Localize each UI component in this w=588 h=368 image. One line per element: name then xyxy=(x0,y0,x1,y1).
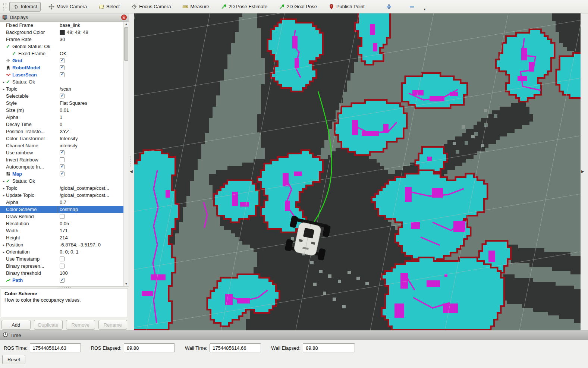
tree-row-global-status-ok[interactable]: ✓Global Status: Ok xyxy=(0,43,129,50)
property-value[interactable]: /global_costmap/cost... xyxy=(60,185,109,191)
tree-row-position-transfo[interactable]: Position Transfo...XYZ xyxy=(0,128,129,135)
expand-arrow-icon[interactable]: ▸ xyxy=(1,80,6,84)
checkbox-laserscan[interactable]: ✓ xyxy=(60,72,65,77)
property-value[interactable]: 48; 48; 48 xyxy=(67,29,88,35)
expand-arrow-icon[interactable]: ▸ xyxy=(1,250,6,254)
property-value[interactable]: 171 xyxy=(60,228,68,233)
wall-elapsed-input[interactable] xyxy=(303,343,355,352)
toolbar-overflow-caret-icon[interactable]: ▾ xyxy=(424,7,426,11)
toolbar-button-remove-tool[interactable] xyxy=(405,2,419,12)
tree-row-status-ok[interactable]: ▸✓Status: Ok xyxy=(0,177,129,185)
toolbar-button-select[interactable]: Select xyxy=(95,2,123,12)
tree-row-fixed-frame[interactable]: ✓Fixed FrameOK xyxy=(0,50,129,57)
toolbar-button-2d-goal-pose[interactable]: 2D Goal Pose xyxy=(275,2,321,12)
checkbox-grid[interactable]: ✓ xyxy=(60,58,65,63)
tree-row-style[interactable]: StyleFlat Squares xyxy=(0,100,129,107)
wall-time-input[interactable] xyxy=(210,343,261,352)
checkbox-autocompute-in[interactable]: ✓ xyxy=(60,164,65,169)
property-value[interactable]: base_link xyxy=(60,22,80,28)
tree-row-alpha[interactable]: Alpha0.7 xyxy=(0,199,129,206)
checkbox-draw-behind[interactable] xyxy=(60,214,65,219)
property-value[interactable]: Flat Squares xyxy=(60,100,87,106)
checkbox-selectable[interactable]: ✓ xyxy=(60,94,65,98)
toolbar-button-move-camera[interactable]: Move Camera xyxy=(45,2,91,12)
checkbox-robotmodel[interactable]: ✓ xyxy=(60,65,65,70)
tree-row-decay-time[interactable]: Decay Time0 xyxy=(0,121,129,128)
property-value[interactable]: -6.8784; -3.5197; 0 xyxy=(60,242,101,248)
property-value[interactable]: costmap xyxy=(60,207,78,212)
tree-row-grid[interactable]: Grid✓ xyxy=(0,57,129,64)
collapse-left-icon[interactable]: ◀ xyxy=(130,169,133,173)
property-value[interactable]: intensity xyxy=(60,143,78,148)
tree-row-color-scheme[interactable]: Color Schemecostmap xyxy=(0,206,129,213)
expand-arrow-icon[interactable]: ▸ xyxy=(1,186,6,190)
tree-row-map[interactable]: Map✓ xyxy=(0,170,129,177)
property-value[interactable]: 100 xyxy=(60,270,68,276)
tree-row-topic[interactable]: ▸Topic/global_costmap/cost... xyxy=(0,185,129,192)
tree-row-selectable[interactable]: Selectable✓ xyxy=(0,92,129,100)
toolbar-button-publish-point[interactable]: Publish Point xyxy=(325,2,368,12)
tree-row-laserscan[interactable]: LaserScan✓ xyxy=(0,71,129,78)
tree-row-frame-rate[interactable]: Frame Rate30 xyxy=(0,36,129,43)
scrollbar-thumb[interactable] xyxy=(124,27,128,61)
property-value[interactable]: 0.01 xyxy=(60,107,69,113)
tree-row-robotmodel[interactable]: RobotModel✓ xyxy=(0,64,129,71)
tree-row-draw-behind[interactable]: Draw Behind xyxy=(0,213,129,220)
checkbox-path[interactable]: ✓ xyxy=(60,278,65,283)
color-swatch[interactable] xyxy=(60,30,65,35)
property-value[interactable]: OK xyxy=(60,51,67,56)
tree-row-height[interactable]: Height214 xyxy=(0,234,129,241)
tree-row-resolution[interactable]: Resolution0.05 xyxy=(0,220,129,227)
property-value[interactable]: 30 xyxy=(60,37,65,42)
tree-row-width[interactable]: Width171 xyxy=(0,227,129,234)
property-value[interactable]: 214 xyxy=(60,235,68,240)
tree-row-alpha[interactable]: Alpha1 xyxy=(0,114,129,121)
tree-row-invert-rainbow[interactable]: Invert Rainbow xyxy=(0,156,129,163)
expand-arrow-icon[interactable]: ▸ xyxy=(1,87,6,91)
tree-row-channel-name[interactable]: Channel Nameintensity xyxy=(0,142,129,149)
tree-row-use-rainbow[interactable]: Use rainbow✓ xyxy=(0,149,129,156)
property-value[interactable]: 0.7 xyxy=(60,199,66,205)
right-panel-splitter[interactable]: ▶ xyxy=(581,13,588,330)
tree-row-autocompute-in[interactable]: Autocompute In...✓ xyxy=(0,163,129,170)
toolbar-button-add-tool[interactable] xyxy=(382,2,396,12)
property-value[interactable]: 0; 0; 0; 1 xyxy=(60,249,79,255)
toolbar-button-focus-camera[interactable]: Focus Camera xyxy=(128,2,174,12)
time-panel-header[interactable]: Time xyxy=(0,331,588,340)
tree-row-fixed-frame[interactable]: Fixed Framebase_link xyxy=(0,22,129,29)
ros-time-input[interactable] xyxy=(30,343,81,352)
tree-scrollbar[interactable]: ▲▼ xyxy=(123,22,129,286)
toolbar-button-measure[interactable]: Measure xyxy=(179,2,213,12)
displays-panel-header[interactable]: Displays × xyxy=(0,13,129,22)
tree-row-update-topic[interactable]: ▸Update Topic/global_costmap/cost... xyxy=(0,192,129,199)
checkbox-map[interactable]: ✓ xyxy=(60,172,65,176)
scroll-down-icon[interactable]: ▼ xyxy=(124,281,129,286)
checkbox-binary-represen[interactable] xyxy=(60,264,65,268)
tree-row-status-ok[interactable]: ▸✓Status: Ok xyxy=(0,78,129,85)
expand-arrow-icon[interactable]: ▸ xyxy=(1,194,6,197)
toolbar-button-interact[interactable]: Interact xyxy=(9,2,41,12)
tree-row-color-transformer[interactable]: Color TransformerIntensity xyxy=(0,135,129,142)
property-value[interactable]: XYZ xyxy=(60,129,69,134)
checkbox-use-rainbow[interactable]: ✓ xyxy=(60,150,65,155)
property-value[interactable]: /global_costmap/cost... xyxy=(60,192,109,198)
tree-row-position[interactable]: ▸Position-6.8784; -3.5197; 0 xyxy=(0,241,129,248)
tree-row-binary-threshold[interactable]: Binary threshold100 xyxy=(0,270,129,277)
tree-row-topic[interactable]: ▸Topic/scan xyxy=(0,85,129,92)
property-value[interactable]: 1 xyxy=(60,114,62,120)
property-value[interactable]: Intensity xyxy=(60,136,78,141)
property-value[interactable]: 0 xyxy=(60,122,62,127)
add-button[interactable]: Add xyxy=(1,320,31,330)
close-icon[interactable]: × xyxy=(121,15,127,20)
expand-right-icon[interactable]: ▶ xyxy=(581,169,584,173)
tree-row-size-m[interactable]: Size (m)0.01 xyxy=(0,107,129,114)
tree-row-orientation[interactable]: ▸Orientation0; 0; 0; 1 xyxy=(0,248,129,255)
tree-row-use-timestamp[interactable]: Use Timestamp xyxy=(0,255,129,262)
property-value[interactable]: 0.05 xyxy=(60,221,69,226)
ros-elapsed-input[interactable] xyxy=(124,343,175,352)
property-value[interactable]: /scan xyxy=(60,86,71,92)
checkbox-use-timestamp[interactable] xyxy=(60,257,65,261)
expand-arrow-icon[interactable]: ▸ xyxy=(1,243,6,247)
reset-button[interactable]: Reset xyxy=(2,355,25,364)
3d-viewport[interactable] xyxy=(134,13,581,330)
